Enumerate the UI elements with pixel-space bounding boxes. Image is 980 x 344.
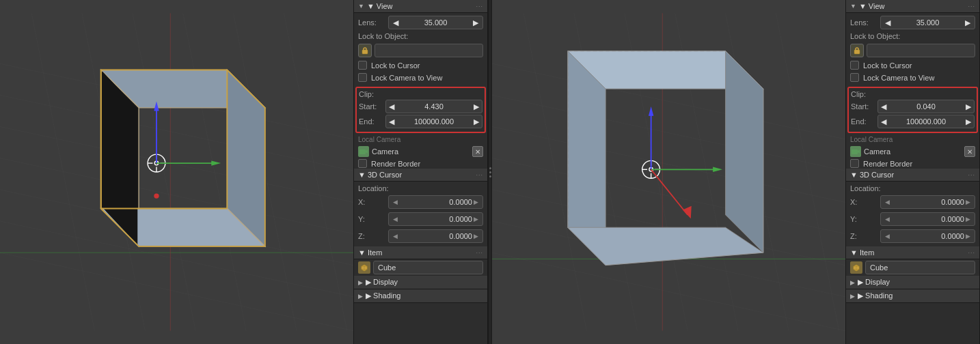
right-cursor-y-field[interactable]: ◀ 0.0000 ▶ xyxy=(880,212,975,226)
left-viewport[interactable] xyxy=(0,0,353,344)
right-camera-label: Camera xyxy=(864,147,962,156)
left-lens-value: 35.000 xyxy=(424,18,448,27)
right-cursor-z-label: Z: xyxy=(850,232,877,240)
left-view-section-header[interactable]: ▼ ▼ View ··· xyxy=(354,0,487,13)
left-lens-row: Lens: ◀ 35.000 ▶ xyxy=(358,16,483,29)
left-lens-field[interactable]: ◀ 35.000 ▶ xyxy=(388,16,483,29)
right-lock-object-input[interactable] xyxy=(867,44,975,57)
right-clip-start-value: 0.040 xyxy=(916,102,936,111)
left-lock-camera-label: Lock Camera to View xyxy=(371,74,442,82)
right-cursor-z-arrow-right: ▶ xyxy=(966,233,970,240)
left-render-border-checkbox[interactable] xyxy=(358,159,367,168)
left-display-title: ▶ Display xyxy=(366,278,398,287)
right-display-section[interactable]: ▶ ▶ Display xyxy=(846,276,979,289)
right-clip-end-row: End: ◀ 100000.000 ▶ xyxy=(851,115,975,128)
left-item-section-header[interactable]: ▼ Item ··· xyxy=(354,246,487,259)
left-lock-cursor-row: Lock to Cursor xyxy=(358,60,483,70)
left-cursor-x-row: X: ◀ 0.0000 ▶ xyxy=(358,195,483,210)
right-cube-name: Cube xyxy=(870,263,888,272)
right-lock-object-field-row xyxy=(850,43,975,58)
left-cursor-x-label: X: xyxy=(358,198,385,206)
right-cursor-y-value: 0.0000 xyxy=(890,215,966,223)
right-lock-camera-label: Lock Camera to View xyxy=(863,74,934,82)
left-lock-camera-checkbox[interactable] xyxy=(358,73,367,82)
right-view-arrow: ▼ xyxy=(850,3,856,10)
right-item-title: ▼ Item xyxy=(850,248,968,257)
right-lock-camera-checkbox[interactable] xyxy=(850,73,859,82)
left-clip-end-value: 100000.000 xyxy=(414,117,454,126)
right-lock-cursor-checkbox[interactable] xyxy=(850,61,859,70)
left-lock-object-row: Lock to Object: xyxy=(358,31,483,41)
left-lock-object-label: Lock to Object: xyxy=(358,32,408,40)
left-cursor-x-field[interactable]: ◀ 0.0000 ▶ xyxy=(388,195,483,209)
left-shading-section[interactable]: ▶ ▶ Shading xyxy=(354,289,487,303)
svg-rect-36 xyxy=(362,50,368,54)
right-display-arrow: ▶ xyxy=(850,279,855,286)
left-cursor-y-arrow-right: ▶ xyxy=(474,216,478,223)
left-camera-icon xyxy=(358,146,369,157)
right-view-section-header[interactable]: ▼ ▼ View ··· xyxy=(846,0,979,13)
right-clip-start-field[interactable]: ◀ 0.040 ▶ xyxy=(877,100,975,113)
right-item-row: Cube xyxy=(846,259,979,276)
right-cursor-y-row: Y: ◀ 0.0000 ▶ xyxy=(850,212,975,227)
right-cursor-x-arrow-right: ▶ xyxy=(966,199,970,205)
right-camera-close-btn[interactable]: ✕ xyxy=(964,146,975,157)
right-cursor-location-label: Location: xyxy=(850,184,975,192)
right-clip-header: Clip: xyxy=(851,90,975,98)
right-cursor-y-arrow-left: ◀ xyxy=(885,216,890,223)
right-cursor-x-row: X: ◀ 0.0000 ▶ xyxy=(850,195,975,210)
left-lock-object-input[interactable] xyxy=(375,44,483,57)
right-viewport[interactable] xyxy=(492,0,845,344)
svg-marker-38 xyxy=(366,149,368,154)
right-shading-title: ▶ Shading xyxy=(858,291,893,300)
right-shading-section[interactable]: ▶ ▶ Shading xyxy=(846,289,979,303)
left-clip-start-field[interactable]: ◀ 4.430 ▶ xyxy=(385,100,482,113)
right-clip-end-arrow-left: ◀ xyxy=(881,117,886,126)
right-item-dots: ··· xyxy=(968,249,975,256)
right-local-camera-header: Local Camera xyxy=(846,134,979,145)
left-cursor-y-arrow-left: ◀ xyxy=(393,216,398,223)
svg-point-35 xyxy=(154,193,159,198)
left-cursor-section-header[interactable]: ▼ 3D Cursor ··· xyxy=(354,169,487,182)
left-lock-cursor-checkbox[interactable] xyxy=(358,61,367,70)
right-cursor-content: Location: X: ◀ 0.0000 ▶ Y: ◀ 0.0000 ▶ Z:… xyxy=(846,182,979,246)
divider-dot-2 xyxy=(489,171,491,173)
left-camera-close-btn[interactable]: ✕ xyxy=(472,146,483,157)
left-lock-cursor-label: Lock to Cursor xyxy=(371,61,420,70)
left-cube-name-field[interactable]: Cube xyxy=(373,261,483,274)
left-clip-end-label: End: xyxy=(359,117,383,126)
right-lock-object-icon[interactable] xyxy=(850,44,864,57)
left-cursor-z-field[interactable]: ◀ 0.0000 ▶ xyxy=(388,229,483,243)
left-clip-start-arrow-right: ▶ xyxy=(474,102,479,111)
left-lock-object-icon[interactable] xyxy=(358,44,372,57)
right-item-section-header[interactable]: ▼ Item ··· xyxy=(846,246,979,259)
right-cube-name-field[interactable]: Cube xyxy=(865,261,975,274)
left-clip-end-field[interactable]: ◀ 100000.000 ▶ xyxy=(385,115,482,128)
left-cursor-y-label: Y: xyxy=(358,215,385,223)
right-cursor-section-header[interactable]: ▼ 3D Cursor ··· xyxy=(846,169,979,182)
right-cursor-title: ▼ 3D Cursor xyxy=(850,171,968,179)
divider-dot-3 xyxy=(489,175,491,177)
right-lock-cursor-row: Lock to Cursor xyxy=(850,60,975,70)
right-cursor-dots: ··· xyxy=(968,171,975,178)
right-camera-row: Camera ✕ xyxy=(846,145,979,158)
svg-rect-79 xyxy=(852,149,858,154)
left-view-title: ▼ View xyxy=(367,2,476,10)
right-render-border-checkbox[interactable] xyxy=(850,159,859,168)
left-cursor-y-field[interactable]: ◀ 0.0000 ▶ xyxy=(388,212,483,226)
right-clip-end-field[interactable]: ◀ 100000.000 ▶ xyxy=(877,115,975,128)
right-lens-value: 35.000 xyxy=(916,18,940,27)
left-cursor-x-arrow-right: ▶ xyxy=(474,199,478,205)
left-clip-start-arrow-left: ◀ xyxy=(389,102,394,111)
right-lens-arrow-left: ◀ xyxy=(885,18,890,27)
right-cursor-x-field[interactable]: ◀ 0.0000 ▶ xyxy=(880,195,975,209)
left-display-section[interactable]: ▶ ▶ Display xyxy=(354,276,487,289)
left-display-arrow: ▶ xyxy=(358,279,363,286)
right-render-border-label: Render Border xyxy=(863,160,912,168)
left-item-title: ▼ Item xyxy=(358,248,476,257)
right-lens-field[interactable]: ◀ 35.000 ▶ xyxy=(880,16,975,29)
right-lens-label: Lens: xyxy=(850,18,877,27)
left-view-content: Lens: ◀ 35.000 ▶ Lock to Object: Lock to xyxy=(354,13,487,85)
left-render-border-label: Render Border xyxy=(371,160,420,168)
right-cursor-z-field[interactable]: ◀ 0.0000 ▶ xyxy=(880,229,975,243)
